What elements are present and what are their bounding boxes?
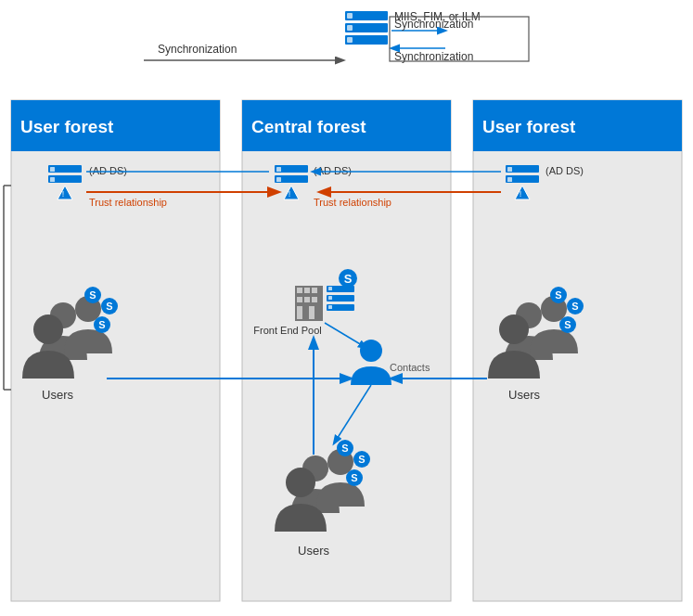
miis-label: MIIS, FIM, or ILM (394, 10, 481, 23)
diagram-container: User forest Central forest User forest (0, 0, 693, 616)
svg-rect-52 (328, 296, 332, 300)
svg-point-83 (353, 451, 370, 468)
ad-ds-left-label: (AD DS) (89, 165, 127, 176)
svg-point-69 (541, 296, 567, 322)
svg-rect-5 (473, 100, 682, 151)
svg-text:S: S (564, 319, 571, 330)
svg-rect-0 (11, 100, 220, 601)
svg-rect-18 (50, 167, 55, 172)
svg-rect-1 (11, 100, 220, 151)
svg-text:S: S (98, 319, 105, 330)
center-forest-header: Central forest (251, 117, 366, 136)
svg-point-59 (75, 296, 101, 322)
svg-rect-8 (345, 23, 388, 32)
svg-point-60 (33, 314, 63, 344)
svg-text:!: ! (62, 189, 65, 199)
svg-point-58 (50, 302, 76, 328)
svg-point-61 (84, 287, 101, 303)
svg-text:S: S (106, 301, 112, 312)
svg-rect-19 (50, 177, 55, 182)
sync-label-2: Synchronization (394, 50, 473, 63)
svg-point-63 (101, 298, 118, 314)
svg-rect-46 (297, 306, 302, 319)
svg-rect-10 (347, 13, 353, 19)
svg-rect-4 (473, 100, 682, 601)
users-right-label: Users (508, 388, 540, 402)
svg-marker-32 (515, 186, 530, 199)
svg-text:S: S (351, 472, 357, 483)
users-left-label: Users (42, 388, 73, 402)
users-bottom-label: Users (298, 544, 329, 558)
svg-rect-29 (506, 175, 539, 183)
svg-rect-7 (345, 11, 388, 20)
svg-text:S: S (555, 289, 561, 301)
svg-point-80 (286, 468, 315, 497)
svg-point-73 (567, 298, 584, 314)
svg-point-81 (337, 440, 353, 456)
contacts-label: Contacts (390, 362, 430, 373)
svg-rect-51 (328, 287, 332, 290)
svg-rect-25 (276, 177, 281, 182)
svg-rect-49 (327, 295, 354, 302)
trust-left-label: Trust relationship (89, 197, 167, 208)
svg-rect-48 (327, 286, 354, 292)
svg-marker-26 (284, 186, 299, 199)
sync-label-1: Synchronization (394, 18, 473, 31)
svg-rect-11 (347, 25, 353, 31)
svg-rect-40 (297, 288, 302, 293)
svg-text:S: S (358, 454, 365, 465)
right-forest-header: User forest (482, 117, 576, 136)
sync-top-label: Synchronization (158, 43, 237, 56)
svg-rect-3 (242, 100, 451, 151)
ad-ds-center-label: (AD DS) (314, 165, 352, 176)
svg-point-70 (499, 314, 529, 344)
svg-point-56 (360, 340, 382, 362)
svg-point-71 (550, 287, 567, 303)
svg-point-85 (346, 469, 363, 486)
svg-line-57 (325, 323, 366, 348)
svg-text:S: S (341, 443, 348, 454)
svg-rect-45 (312, 297, 317, 302)
svg-line-88 (334, 385, 371, 443)
svg-text:S: S (571, 301, 578, 312)
svg-rect-41 (304, 288, 310, 293)
trust-center-label: Trust relationship (314, 197, 391, 208)
svg-point-65 (94, 316, 110, 333)
svg-text:!: ! (520, 189, 522, 199)
svg-text:!: ! (289, 189, 291, 199)
svg-rect-23 (275, 175, 308, 183)
svg-rect-43 (297, 297, 302, 302)
svg-text:S: S (344, 272, 353, 286)
left-forest-header: User forest (20, 117, 114, 136)
svg-point-68 (516, 302, 542, 328)
svg-rect-47 (309, 306, 314, 319)
front-end-pool-label: Front End Pool (253, 325, 321, 336)
svg-point-54 (339, 269, 357, 288)
svg-rect-15 (390, 17, 529, 61)
svg-point-78 (302, 456, 328, 481)
ad-ds-right-label: (AD DS) (545, 165, 584, 176)
svg-rect-24 (276, 167, 281, 172)
svg-text:S: S (89, 289, 96, 301)
svg-point-75 (559, 316, 576, 333)
svg-rect-50 (327, 304, 354, 311)
svg-point-79 (327, 449, 353, 475)
svg-rect-39 (295, 286, 323, 321)
svg-rect-31 (507, 177, 512, 182)
svg-rect-30 (507, 167, 512, 172)
svg-rect-17 (48, 175, 82, 183)
svg-rect-12 (347, 37, 353, 43)
svg-marker-20 (58, 186, 72, 199)
svg-rect-9 (345, 35, 388, 45)
svg-rect-28 (506, 165, 539, 173)
svg-rect-16 (48, 165, 82, 173)
svg-rect-44 (304, 297, 310, 302)
svg-rect-2 (242, 100, 451, 601)
svg-rect-22 (275, 165, 308, 173)
svg-rect-53 (328, 305, 332, 309)
svg-rect-42 (312, 288, 317, 293)
